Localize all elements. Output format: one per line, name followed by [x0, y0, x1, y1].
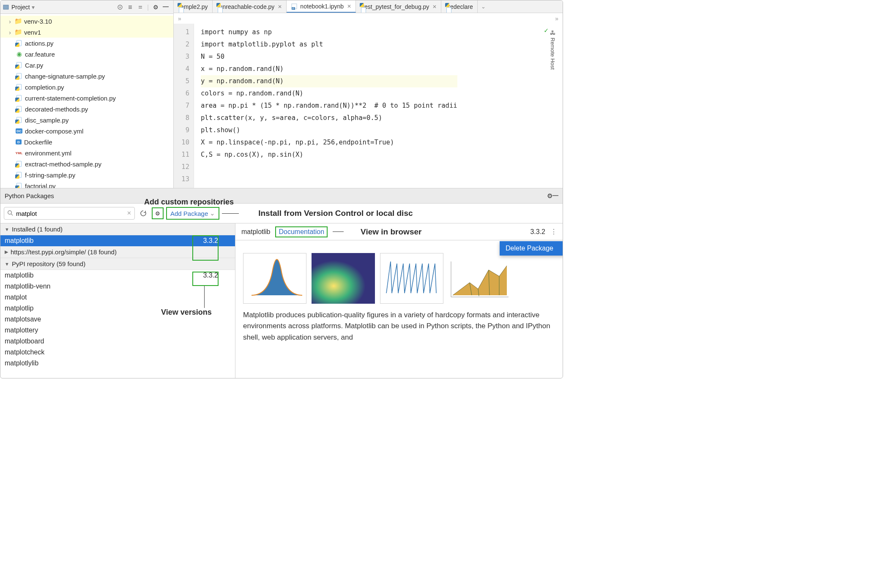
tree-item-label: current-statement-completion.py — [25, 95, 116, 102]
inspection-ok-icon[interactable]: ✓ — [544, 26, 548, 34]
project-tree[interactable]: ›📁venv-3.10›📁venv1actions.py◉car.feature… — [0, 14, 173, 188]
editor-area: ample2.pyunreachable-code.py✕IPnotebook1… — [174, 0, 563, 188]
close-tab-icon[interactable]: ✕ — [347, 3, 351, 9]
tree-item[interactable]: ◉car.feature — [0, 49, 173, 60]
svg-point-8 — [8, 211, 12, 215]
collapse-all-icon[interactable] — [137, 4, 144, 11]
breadcrumb-overflow-icon[interactable]: » — [555, 15, 558, 22]
documentation-link[interactable]: Documentation — [275, 226, 328, 237]
line-gutter: 12345678910111213 — [174, 24, 194, 188]
refresh-icon[interactable] — [137, 207, 149, 219]
tool-window-tab[interactable]: 📊SciView — [562, 33, 563, 66]
tree-item[interactable]: decorated-methods.py — [0, 103, 173, 114]
tree-item-label: change-signature-sample.py — [25, 73, 105, 80]
packages-panel-header: Python Packages ⚙ — [0, 188, 563, 204]
tree-item[interactable]: actions.py — [0, 38, 173, 49]
tree-item-label: actions.py — [25, 40, 54, 47]
dropdown-chevron-icon[interactable]: ▾ — [32, 4, 35, 11]
detail-package-name: matplotlib — [241, 228, 270, 236]
tree-item[interactable]: Car.py — [0, 60, 173, 71]
close-tab-icon[interactable]: ✕ — [432, 4, 437, 10]
gear-icon[interactable]: ⚙ — [152, 4, 159, 11]
delete-package-menu-item[interactable]: Delete Package — [500, 241, 563, 256]
code-content[interactable]: import numpy as npimport matplotlib.pypl… — [194, 24, 457, 188]
package-row[interactable]: matplotcheck — [0, 347, 235, 358]
svg-line-9 — [11, 214, 13, 216]
chevron-down-icon: ⌄ — [210, 210, 215, 217]
code-editor[interactable]: 12345678910111213 import numpy as npimpo… — [174, 24, 563, 188]
editor-tab[interactable]: ample2.py — [174, 0, 213, 13]
tree-item[interactable]: YMLenvironment.yml — [0, 147, 173, 158]
clear-search-icon[interactable]: ✕ — [127, 210, 131, 216]
more-actions-icon[interactable]: ⋮ — [550, 228, 557, 236]
editor-tabs: ample2.pyunreachable-code.py✕IPnotebook1… — [174, 0, 563, 13]
tool-window-tab[interactable]: 🖧Remote Host — [549, 27, 557, 72]
svg-rect-0 — [3, 5, 8, 9]
tree-item[interactable]: ›📁venv-3.10 — [0, 16, 173, 27]
callout-version-highlight-2 — [192, 272, 219, 286]
svg-point-2 — [120, 6, 121, 8]
tree-item-label: Car.py — [25, 62, 43, 69]
project-icon — [3, 4, 9, 10]
editor-tab[interactable]: unreachable-code.py✕ — [213, 0, 287, 13]
callout-view-versions: View versions — [161, 308, 212, 317]
package-row[interactable]: matplottery — [0, 325, 235, 336]
tree-item-label: f-string-sample.py — [25, 172, 75, 179]
minimize-icon[interactable] — [162, 4, 169, 11]
project-panel: Project ▾ | ⚙ ›📁venv-3.10›📁venv1actions.… — [0, 0, 174, 188]
tree-item[interactable]: DDockerfile — [0, 136, 173, 147]
callout-view-browser: View in browser — [361, 227, 421, 237]
tree-item-label: venv-3.10 — [24, 18, 52, 25]
tree-item-label: docker-compose.yml — [25, 128, 83, 135]
tree-item[interactable]: current-statement-completion.py — [0, 93, 173, 103]
callout-install: Install from Version Control or local di… — [258, 209, 413, 218]
tree-item[interactable]: ›📁venv1 — [0, 27, 173, 38]
locate-icon[interactable] — [117, 4, 123, 11]
package-row[interactable]: matplotboard — [0, 336, 235, 347]
tabs-overflow-icon[interactable]: ⌄ — [478, 0, 489, 13]
packages-list[interactable]: View versions ▼Installed (1 found)matplo… — [0, 223, 235, 378]
tree-item-label: decorated-methods.py — [25, 106, 88, 113]
tree-item[interactable]: factorial.py — [0, 180, 173, 188]
minimize-icon[interactable] — [552, 195, 558, 196]
tree-item-label: environment.yml — [25, 150, 71, 157]
editor-tab[interactable]: IPnotebook1.ipynb✕ — [287, 0, 356, 13]
package-row[interactable]: matplot — [0, 292, 235, 303]
tree-item-label: exctract-method-sample.py — [25, 161, 101, 168]
packages-toolbar: Add custom repositories ✕ ⚙ Add Package … — [0, 204, 563, 223]
expand-all-icon[interactable] — [127, 4, 134, 11]
tree-item[interactable]: change-signature-sample.py — [0, 71, 173, 82]
gear-icon[interactable]: ⚙ — [547, 192, 552, 200]
close-tab-icon[interactable]: ✕ — [278, 4, 282, 10]
editor-tab[interactable]: redeclare — [441, 0, 477, 13]
packages-title: Python Packages — [5, 192, 54, 199]
project-title[interactable]: Project — [11, 4, 30, 11]
manage-repositories-button[interactable]: ⚙ — [152, 207, 164, 219]
tree-item[interactable]: completion.py — [0, 82, 173, 93]
tree-item-label: Dockerfile — [24, 139, 52, 146]
package-search: ✕ — [4, 207, 135, 220]
tree-item-label: completion.py — [25, 84, 64, 91]
detail-version: 3.3.2 — [530, 228, 545, 236]
package-search-input[interactable] — [4, 207, 135, 220]
search-icon — [7, 210, 13, 216]
package-row[interactable]: matplotlylib — [0, 358, 235, 369]
project-panel-header: Project ▾ | ⚙ — [0, 0, 173, 14]
add-package-button[interactable]: Add Package ⌄ — [166, 207, 219, 220]
breadcrumb[interactable]: » » — [174, 13, 563, 24]
thumbnail-spikes — [380, 253, 443, 304]
editor-tab[interactable]: test_pytest_for_debug.py✕ — [356, 0, 441, 13]
tree-item-label: factorial.py — [25, 182, 56, 188]
package-section-header[interactable]: ▼Installed (1 found) — [0, 223, 235, 235]
tree-item[interactable]: DCdocker-compose.yml — [0, 125, 173, 136]
tree-item-label: car.feature — [25, 51, 55, 58]
tree-item[interactable]: disc_sample.py — [0, 114, 173, 125]
tree-item-label: venv1 — [24, 29, 41, 36]
tree-item[interactable]: f-string-sample.py — [0, 169, 173, 180]
thumbnail-surface — [448, 253, 512, 304]
tree-item[interactable]: exctract-method-sample.py — [0, 158, 173, 169]
thumbnail-histogram — [243, 253, 306, 304]
thumbnail-heatmap — [312, 253, 375, 304]
right-tool-stripe: 🖧Remote Host📊SciView🗄DatabaseDBig Data T… — [549, 25, 563, 74]
callout-add-repositories: Add custom repositories — [144, 198, 234, 207]
